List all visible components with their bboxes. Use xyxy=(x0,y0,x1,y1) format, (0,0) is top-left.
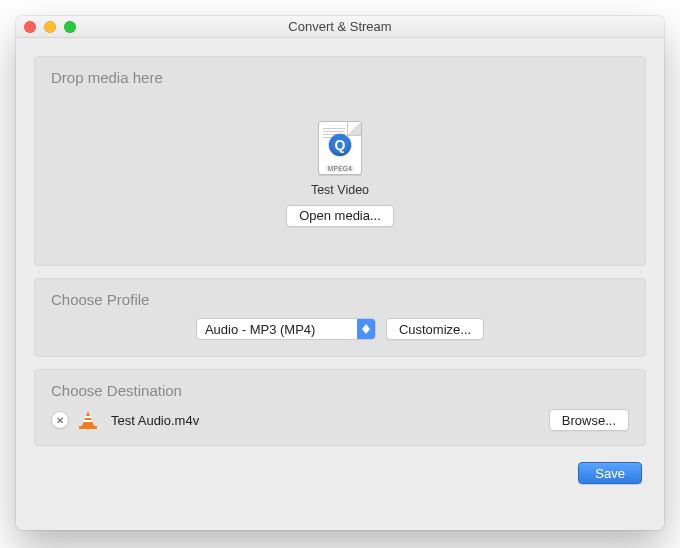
choose-profile-title: Choose Profile xyxy=(35,279,645,314)
vlc-cone-icon xyxy=(79,411,97,429)
svg-marker-1 xyxy=(362,329,370,334)
destination-filename: Test Audio.m4v xyxy=(107,413,539,428)
drop-media-panel[interactable]: Drop media here Q MPEG4 Test Video Open … xyxy=(34,56,646,266)
drop-media-title: Drop media here xyxy=(35,57,645,92)
browse-button[interactable]: Browse... xyxy=(549,409,629,431)
profile-select-label: Audio - MP3 (MP4) xyxy=(197,322,357,337)
choose-destination-panel: Choose Destination ✕ Test Audio.m4v Brow… xyxy=(34,369,646,446)
choose-profile-panel: Choose Profile Audio - MP3 (MP4) Customi… xyxy=(34,278,646,357)
dropped-file-label: Test Video xyxy=(311,183,369,197)
remove-destination-button[interactable]: ✕ xyxy=(51,411,69,429)
profile-row: Audio - MP3 (MP4) Customize... xyxy=(35,314,645,340)
file-type-badge: MPEG4 xyxy=(326,165,354,172)
save-button[interactable]: Save xyxy=(578,462,642,484)
footer: Save xyxy=(34,458,646,484)
drop-media-body: Q MPEG4 Test Video Open media... xyxy=(35,92,645,265)
titlebar: Convert & Stream xyxy=(16,16,664,38)
destination-row: ✕ Test Audio.m4v Browse... xyxy=(35,405,645,431)
convert-stream-window: Convert & Stream Drop media here Q MPEG4… xyxy=(16,16,664,530)
customize-button[interactable]: Customize... xyxy=(386,318,484,340)
open-media-button[interactable]: Open media... xyxy=(286,205,394,227)
choose-destination-title: Choose Destination xyxy=(35,370,645,405)
quicktime-file-icon[interactable]: Q MPEG4 xyxy=(318,121,362,175)
profile-select[interactable]: Audio - MP3 (MP4) xyxy=(196,318,376,340)
remove-icon: ✕ xyxy=(56,415,64,426)
dropdown-arrows-icon xyxy=(357,319,375,339)
content: Drop media here Q MPEG4 Test Video Open … xyxy=(16,38,664,530)
window-title: Convert & Stream xyxy=(16,19,664,34)
